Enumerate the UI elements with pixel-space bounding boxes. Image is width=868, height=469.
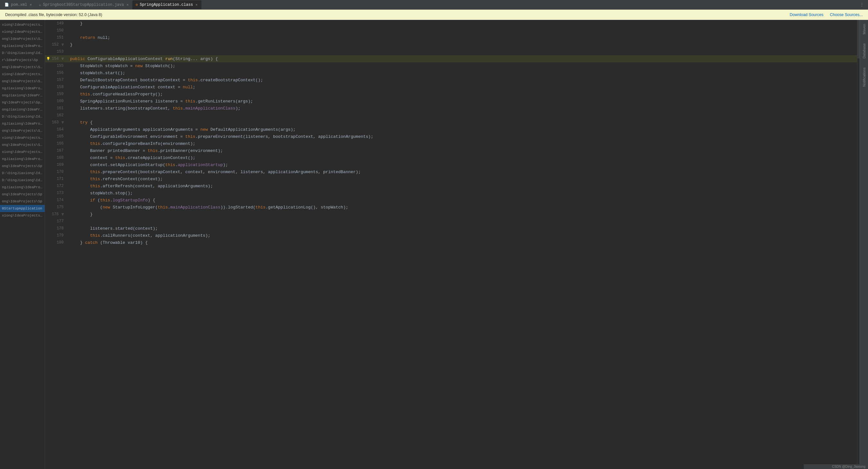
table-row: 152 ▽ } xyxy=(45,41,857,48)
sidebar-item[interactable]: ng\IdeaProjects\Spri xyxy=(0,99,45,106)
sidebar-item[interactable]: ngJiaxiong\IdeaProje xyxy=(0,42,45,50)
line-number: 156 xyxy=(45,69,67,76)
sidebar-item[interactable]: ong\IdeaProjects\Sp xyxy=(0,162,45,169)
line-number: 176 ▽ xyxy=(45,211,67,218)
sidebar-item[interactable]: xiong\IdeaProjects\S xyxy=(0,21,45,28)
tab-pom-close[interactable]: ✕ xyxy=(29,2,32,7)
sidebar-item[interactable]: ong\IdeaProjects\Sp xyxy=(0,191,45,198)
sidebar-item[interactable]: D:\DingJiaxiong\IdeaP xyxy=(0,50,45,57)
line-code: } xyxy=(67,20,857,27)
line-code: this.callRunners(context, applicationArg… xyxy=(67,232,857,239)
fold-arrow[interactable]: ▽ xyxy=(62,57,64,61)
xml-icon: 📄 xyxy=(4,3,9,7)
sidebar-item[interactable]: ngJiaxiong\IdeaProje xyxy=(0,155,45,162)
choose-sources-link[interactable]: Choose Sources... xyxy=(830,12,863,17)
tab-spring-class[interactable]: ⚙ SpringApplication.class ✕ xyxy=(132,0,202,9)
minimap-thumb[interactable] xyxy=(858,20,860,59)
table-row: 172 this.afterRefresh(context, applicati… xyxy=(45,183,857,190)
tab-bar: 📄 pom.xml ✕ ☕ Springboot30StartupApplica… xyxy=(0,0,868,10)
sidebar-item[interactable]: ong\IdeaProjects\Sp xyxy=(0,198,45,205)
line-code: context = this.createApplicationContext(… xyxy=(67,154,857,161)
sidebar-item[interactable]: ong\IdeaProjects\Spri xyxy=(0,64,45,71)
right-panel: Maven Database Notifications xyxy=(860,20,868,469)
line-code: public ConfigurableApplicationContext ru… xyxy=(67,55,857,62)
line-number: 169 xyxy=(45,161,67,168)
tab-pom[interactable]: 📄 pom.xml ✕ xyxy=(1,0,36,9)
table-row: 176 ▽ } xyxy=(45,211,857,218)
line-number: 167 xyxy=(45,147,67,154)
sidebar-item[interactable]: xiong\IdeaProjects\S xyxy=(0,28,45,35)
decompile-banner-actions: Download Sources Choose Sources... xyxy=(789,12,863,17)
sidebar-item[interactable]: ngJiaxiong\IdeaProje xyxy=(0,184,45,191)
sidebar-item[interactable]: xiong\IdeaProjects\S xyxy=(0,134,45,142)
fold-arrow[interactable]: ▽ xyxy=(62,121,64,124)
tab-startup-label: Springboot30StartupApplication.java xyxy=(43,3,124,7)
database-panel[interactable]: Database xyxy=(862,41,866,61)
sidebar-left: xiong\IdeaProjects\S xiong\IdeaProjects\… xyxy=(0,20,45,469)
sidebar-item-highlighted[interactable]: 0StartupApplication xyxy=(0,205,45,212)
line-number: 168 xyxy=(45,154,67,161)
java-icon: ☕ xyxy=(39,3,41,7)
line-code: stopWatch.stop(); xyxy=(67,190,857,196)
class-icon: ⚙ xyxy=(135,3,138,7)
line-number: 161 xyxy=(45,105,67,112)
line-code: DefaultBootstrapContext bootstrapContext… xyxy=(67,76,857,84)
line-number: 157 xyxy=(45,76,67,84)
line-number: 162 xyxy=(45,112,67,119)
tab-startup-java[interactable]: ☕ Springboot30StartupApplication.java ✕ xyxy=(36,0,132,9)
line-number: 160 xyxy=(45,98,67,105)
tab-startup-close[interactable]: ✕ xyxy=(126,2,129,7)
fold-arrow[interactable]: ▽ xyxy=(62,43,64,46)
line-number: 158 xyxy=(45,84,67,91)
line-code: this.prepareContext(bootstrapContext, co… xyxy=(67,168,857,176)
line-code: SpringApplicationRunListeners listeners … xyxy=(67,98,857,105)
sidebar-item[interactable]: ong\IdeaProjects\Spr xyxy=(0,78,45,85)
sidebar-item[interactable]: ongJiaxiong\IdeaProje xyxy=(0,106,45,113)
notifications-panel[interactable]: Notifications xyxy=(862,65,866,89)
table-row: 165 ConfigurableEnvironment environment … xyxy=(45,133,857,140)
sidebar-item[interactable]: ngJiaxiong\IdeaProje xyxy=(0,85,45,92)
code-scroll[interactable]: 149 } 150 151 return null; xyxy=(45,20,857,469)
table-row: 169 context.setApplicationStartup(this.a… xyxy=(45,161,857,168)
line-code: this.afterRefresh(context, applicationAr… xyxy=(67,183,857,190)
line-code: this.refreshContext(context); xyxy=(67,176,857,183)
sidebar-item[interactable]: xiong\IdeaProjects\S xyxy=(0,148,45,155)
table-row: 168 context = this.createApplicationCont… xyxy=(45,154,857,161)
bottom-status-text: CSDN @Ding_Jiaxiong xyxy=(832,465,865,468)
decompile-banner: Decompiled .class file, bytecode version… xyxy=(0,10,868,20)
download-sources-link[interactable]: Download Sources xyxy=(789,12,823,17)
sidebar-item[interactable]: D:\DingJiaxiong\IdeaP xyxy=(0,113,45,120)
line-number: 166 xyxy=(45,140,67,147)
line-code: } xyxy=(67,41,857,48)
bulb-icon[interactable]: 💡 xyxy=(46,57,50,61)
sidebar-item[interactable]: xiong\IdeaProjects\S xyxy=(0,71,45,78)
line-number: 💡 154 ▽ xyxy=(45,55,67,62)
line-code: ApplicationArguments applicationArgument… xyxy=(67,126,857,133)
sidebar-item[interactable]: xiong\IdeaProjects\S xyxy=(0,212,45,219)
tab-spring-close[interactable]: ✕ xyxy=(195,2,198,7)
line-number: 170 xyxy=(45,168,67,176)
sidebar-item[interactable]: r\IdeaProjects\Sp xyxy=(0,57,45,64)
settings-icon[interactable]: ⋮ xyxy=(860,2,864,7)
tab-pom-label: pom.xml xyxy=(11,3,27,7)
table-row: 174 if (this.logStartupInfo) { xyxy=(45,196,857,204)
sidebar-item[interactable]: D:\DingJiaxiong\IdeaPr xyxy=(0,169,45,177)
sidebar-item[interactable]: ong\IdeaProjects\Spri xyxy=(0,35,45,42)
maven-panel[interactable]: Maven xyxy=(862,21,866,37)
table-row: 178 listeners.started(context); xyxy=(45,225,857,232)
line-code: stopWatch.start(); xyxy=(67,69,857,76)
table-row: 157 DefaultBootstrapContext bootstrapCon… xyxy=(45,76,857,84)
sidebar-item[interactable]: ong\IdeaProjects\Spri xyxy=(0,127,45,134)
sidebar-item[interactable]: ongJiaxiong\IdeaProje xyxy=(0,92,45,99)
minimap[interactable] xyxy=(857,20,860,469)
line-number: 173 xyxy=(45,190,67,196)
sidebar-item[interactable]: ngJiaxiong\IdeaProje xyxy=(0,120,45,127)
tab-spring-label: SpringApplication.class xyxy=(140,3,193,7)
table-row: 171 this.refreshContext(context); xyxy=(45,176,857,183)
table-row: 160 SpringApplicationRunListeners listen… xyxy=(45,98,857,105)
sidebar-item[interactable]: D:\DingJiaxiong\IdeaPr xyxy=(0,177,45,184)
line-code: context.setApplicationStartup(this.appli… xyxy=(67,161,857,168)
fold-arrow[interactable]: ▽ xyxy=(62,213,64,216)
table-row: 180 } catch (Throwable var10) { xyxy=(45,239,857,246)
sidebar-item[interactable]: ong\IdeaProjects\Spri xyxy=(0,142,45,148)
